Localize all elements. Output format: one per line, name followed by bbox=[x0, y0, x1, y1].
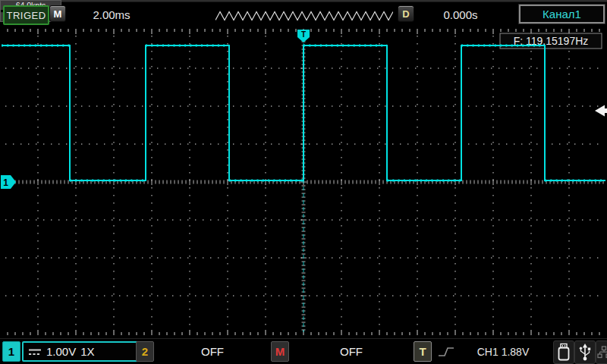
trigger-level-marker[interactable] bbox=[595, 105, 607, 117]
oscilloscope-screen: TRIGED M 2.00ms 64.0kpts 2.00MSa/s D 0.0… bbox=[0, 0, 607, 364]
lan-icon bbox=[596, 340, 607, 364]
trigger-tile[interactable]: T bbox=[414, 341, 432, 362]
channel1-scale: 1.00V bbox=[46, 345, 76, 358]
channel1-probe: 1X bbox=[80, 345, 94, 358]
channel2-tile[interactable]: 2 bbox=[136, 341, 154, 362]
trigger-flag-label: T bbox=[301, 30, 306, 39]
channel1-trace bbox=[2, 43, 605, 332]
channel1-marker-label: 1 bbox=[3, 177, 8, 188]
trigger-slope-rising-icon bbox=[436, 344, 456, 359]
usb-device-icon bbox=[574, 340, 596, 364]
waveform-display: F: 119.15197Hz T1 bbox=[0, 27, 607, 338]
trigger-level-readout: CH1 1.88V bbox=[457, 341, 549, 362]
horizontal-menu-button[interactable]: M bbox=[49, 5, 66, 22]
channel1-tile[interactable]: 1 bbox=[2, 341, 20, 362]
timebase-readout: 2.00ms bbox=[70, 5, 153, 24]
delay-button[interactable]: D bbox=[398, 5, 414, 22]
channel1-settings-box[interactable]: 1.00V 1X bbox=[22, 341, 138, 362]
math-tile[interactable]: M bbox=[271, 341, 289, 362]
active-menu-title[interactable]: Канал1 bbox=[519, 5, 605, 24]
math-status[interactable]: OFF bbox=[291, 341, 412, 362]
top-status-bar: TRIGED M 2.00ms 64.0kpts 2.00MSa/s D 0.0… bbox=[0, 0, 607, 27]
usb-host-icon bbox=[553, 340, 574, 364]
trigger-status-badge: TRIGED bbox=[3, 5, 49, 25]
horizontal-position-readout: 0.000s bbox=[419, 5, 502, 24]
dc-coupling-icon bbox=[28, 347, 42, 356]
square-wave-trace bbox=[2, 46, 605, 180]
channel2-status[interactable]: OFF bbox=[156, 341, 269, 362]
bottom-status-bar: 1 1.00V 1X 2 OFF M OFF T CH1 1.88V bbox=[0, 338, 607, 364]
acquisition-memory-waveform-icon bbox=[215, 8, 393, 24]
